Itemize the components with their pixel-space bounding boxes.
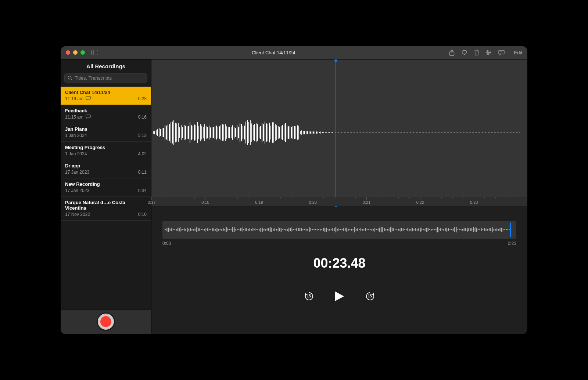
recording-duration: 0:16 [138,115,147,120]
playhead[interactable] [336,59,336,206]
traffic-lights [66,50,85,55]
recording-subtitle: 17 Nov 2022 [65,212,90,217]
recording-title: Jan Plans [65,126,147,132]
app-window: Client Chat 14/11/24 “” Edit All Recordi… [61,46,527,334]
svg-point-11 [68,76,71,79]
waveform-zoom[interactable]: 0:170:180:190:200:210:220:23 [151,59,527,206]
search-icon [68,76,72,80]
playback-controls: 15 15 [151,291,527,302]
recording-subtitle: 11:16 am [65,96,91,101]
svg-rect-14 [86,115,91,117]
time-display: 00:23.48 [151,256,527,271]
skip-back-button[interactable]: 15 [304,292,314,301]
sidebar-toggle-icon[interactable] [92,50,98,55]
recording-title: Meeting Progress [65,145,147,150]
transcript-badge-icon [86,115,91,119]
overview-end-label: 0:23 [508,241,516,246]
favorite-icon[interactable] [461,50,467,55]
transcript-badge-icon [86,96,91,100]
waveform-overview[interactable] [162,221,516,239]
recording-duration: 0:23 [138,96,147,101]
minimize-window-button[interactable] [73,50,78,55]
ruler-label: 0:20 [309,200,317,205]
svg-rect-0 [92,50,98,55]
recording-duration: 0:10 [138,212,147,217]
ruler-label: 0:18 [201,200,209,205]
skip-forward-button[interactable]: 15 [365,292,375,301]
recording-subtitle: 1 Jan 2024 [65,151,87,156]
recording-subtitle: 11:15 am [65,115,91,120]
main-panel: 0:170:180:190:200:210:220:23 0:00 0:23 0… [151,59,527,334]
ruler-label: 0:19 [255,200,263,205]
overview-start-label: 0:00 [162,241,171,246]
recording-title: Client Chat 14/11/24 [65,90,147,95]
recording-item[interactable]: Meeting Progress1 Jan 20244:02 [61,142,151,160]
ruler-label: 0:22 [416,200,424,205]
svg-line-12 [71,79,72,80]
edit-button[interactable]: Edit [514,50,522,55]
sidebar-header: All Recordings [61,59,151,73]
search-input[interactable] [75,75,144,81]
svg-rect-13 [86,96,91,99]
recording-item[interactable]: Feedback11:15 am0:16 [61,105,151,123]
recording-subtitle: 17 Jan 2023 [65,188,89,193]
recording-duration: 4:02 [138,151,147,156]
recording-duration: 0:11 [138,170,147,175]
settings-icon[interactable] [486,50,492,55]
share-icon[interactable] [449,50,455,56]
record-bar [61,309,151,334]
svg-point-6 [487,50,488,51]
record-button[interactable] [98,314,114,330]
ruler-label: 0:23 [470,200,478,205]
sidebar: All Recordings Client Chat 14/11/2411:16… [61,59,151,334]
zoom-window-button[interactable] [80,50,85,55]
window-title: Client Chat 14/11/24 [98,50,449,55]
recording-duration: 5:13 [138,133,147,138]
svg-point-8 [487,53,488,54]
recording-item[interactable]: Parque Natural d…e Costa Vicentina17 Nov… [61,197,151,221]
recording-subtitle: 17 Jan 2023 [65,170,89,175]
recording-title: New Recording [65,181,147,187]
svg-text:“”: “” [500,51,502,53]
search-field[interactable] [64,73,147,83]
titlebar: Client Chat 14/11/24 “” Edit [61,46,527,59]
recording-duration: 0:34 [138,188,147,193]
play-button[interactable] [334,291,345,302]
recording-item[interactable]: Dr app17 Jan 20230:11 [61,160,151,178]
recording-title: Feedback [65,108,147,113]
overview-playhead[interactable] [510,222,511,237]
recording-item[interactable]: New Recording17 Jan 20230:34 [61,178,151,197]
svg-point-7 [489,52,490,53]
ruler-label: 0:17 [148,200,155,205]
recording-title: Parque Natural d…e Costa Vicentina [65,200,147,211]
close-window-button[interactable] [66,50,70,55]
time-ruler: 0:170:180:190:200:210:220:23 [151,197,527,206]
recording-title: Dr app [65,163,147,169]
recording-item[interactable]: Jan Plans1 Jan 20245:13 [61,123,151,142]
recordings-list: Client Chat 14/11/2411:16 am0:23Feedback… [61,87,151,309]
trash-icon[interactable] [474,50,479,55]
transcript-icon[interactable]: “” [498,50,505,55]
recording-item[interactable]: Client Chat 14/11/2411:16 am0:23 [61,87,151,105]
waveform-canvas [151,116,527,149]
toolbar-actions: “” Edit [449,50,522,56]
recording-subtitle: 1 Jan 2024 [65,133,87,138]
ruler-label: 0:21 [363,200,370,205]
